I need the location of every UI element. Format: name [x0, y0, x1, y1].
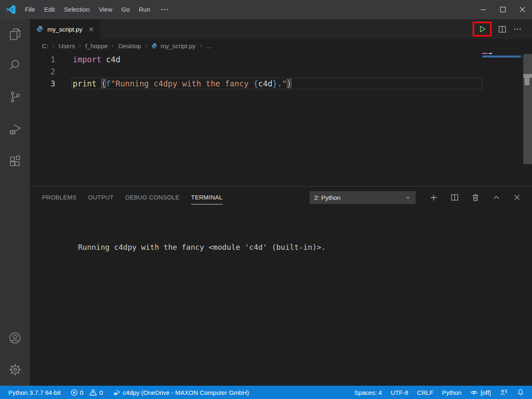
status-bar: Python 3.7.7 64-bit 0 0 c4dpy (OneDrive … [0, 386, 532, 399]
minimap-line-1 [482, 53, 522, 54]
breadcrumb-symbol[interactable]: ... [206, 42, 212, 49]
menu-selection[interactable]: Selection [59, 0, 94, 19]
editor-actions [473, 19, 532, 39]
code-line-2: 2 [30, 66, 532, 78]
menubar: File Edit Selection View Go Run [20, 0, 174, 19]
eye-icon [470, 389, 478, 397]
notifications-bell-icon[interactable] [517, 389, 525, 397]
warning-icon [89, 389, 97, 396]
line-number-active: 3 [30, 78, 55, 90]
tab-label: my_script.py [47, 26, 82, 33]
new-terminal-icon[interactable] [429, 193, 438, 202]
chevron-right-icon [144, 44, 148, 48]
account-icon[interactable] [0, 322, 30, 354]
tab-output[interactable]: OUTPUT [88, 187, 113, 208]
python-interpreter-status[interactable]: Python 3.7.7 64-bit [8, 389, 61, 396]
environment-status[interactable]: c4dpy (OneDrive - MAXON Computer GmbH) [113, 389, 249, 396]
extensions-icon[interactable] [0, 145, 30, 177]
language-status[interactable]: Python [442, 389, 462, 396]
python-file-icon [151, 43, 158, 49]
maximize-panel-icon[interactable] [492, 193, 500, 202]
tab-bar: my_script.py [30, 19, 532, 39]
split-editor-icon[interactable] [498, 25, 507, 34]
linter-toggle-label: [off] [480, 389, 491, 396]
minimap[interactable] [482, 53, 522, 58]
menu-file[interactable]: File [20, 0, 39, 19]
chevron-right-icon [78, 44, 82, 48]
code-text: import c4d [55, 54, 120, 66]
terminal-output-line: Running c4dpy with the fancy <module 'c4… [78, 243, 326, 251]
problems-status[interactable]: 0 0 [71, 389, 103, 396]
code-line-1: 1 import c4d [30, 54, 532, 66]
menu-edit[interactable]: Edit [39, 0, 59, 19]
titlebar: File Edit Selection View Go Run [0, 0, 532, 19]
tab-my-script[interactable]: my_script.py [30, 19, 100, 39]
linter-toggle-status[interactable]: [off] [470, 389, 491, 397]
bottom-panel: PROBLEMS OUTPUT DEBUG CONSOLE TERMINAL 2… [30, 186, 532, 386]
panel-tabs: PROBLEMS OUTPUT DEBUG CONSOLE TERMINAL [42, 187, 223, 208]
error-count: 0 [80, 389, 83, 396]
search-icon[interactable] [0, 49, 30, 81]
line-number: 1 [30, 54, 55, 66]
window-controls [473, 0, 532, 19]
settings-gear-icon[interactable] [0, 354, 30, 386]
breadcrumb: C: Users f_hoppe Desktop my_script.py ..… [30, 39, 532, 52]
feedback-icon[interactable] [500, 388, 508, 397]
activity-bar [0, 19, 30, 386]
close-panel-icon[interactable] [513, 193, 521, 202]
menu-view[interactable]: View [94, 0, 117, 19]
explorer-icon[interactable] [0, 19, 30, 49]
run-button[interactable] [478, 25, 487, 34]
chevron-right-icon [111, 44, 115, 48]
line-number: 2 [30, 66, 55, 78]
terminal-selector-value: 2: Python [314, 194, 340, 201]
minimize-icon[interactable] [473, 0, 493, 19]
editor-region: my_script.py [30, 19, 532, 186]
tab-problems[interactable]: PROBLEMS [42, 187, 76, 208]
eol-status[interactable]: CRLF [417, 389, 433, 396]
minimap-line-3 [482, 55, 522, 58]
menu-overflow-icon[interactable] [155, 0, 174, 19]
terminal-selector-dropdown[interactable]: 2: Python [310, 191, 416, 204]
run-button-highlight [473, 22, 492, 37]
split-terminal-icon[interactable] [451, 193, 459, 202]
kill-terminal-trash-icon[interactable] [471, 193, 480, 202]
scrollbar-thumb[interactable] [525, 78, 530, 85]
more-actions-icon[interactable] [513, 25, 522, 34]
scrollbar-thumb[interactable] [523, 74, 532, 78]
vscode-logo-icon [5, 4, 16, 15]
environment-label: c4dpy (OneDrive - MAXON Computer GmbH) [123, 389, 249, 396]
tab-terminal[interactable]: TERMINAL [191, 187, 223, 208]
debug-env-icon [113, 389, 121, 396]
chevron-right-icon [51, 44, 56, 48]
python-file-icon [36, 25, 44, 33]
close-window-icon[interactable] [512, 0, 532, 19]
chevron-right-icon [199, 44, 203, 48]
code-line-3: 3 print (f"Running c4dpy with the fancy … [30, 78, 532, 90]
code-editor[interactable]: 1 import c4d 2 3 print (f"Running c4dpy … [30, 52, 532, 90]
editor-scrollbar[interactable] [523, 54, 532, 164]
source-control-icon[interactable] [0, 81, 30, 113]
breadcrumb-drive[interactable]: C: [42, 42, 48, 49]
panel-actions [429, 193, 521, 202]
terminal-output-area[interactable]: Running c4dpy with the fancy <module 'c4… [30, 208, 532, 260]
indentation-status[interactable]: Spaces: 4 [354, 389, 382, 396]
statusbar-right: Spaces: 4 UTF-8 CRLF Python [off] [354, 388, 525, 397]
tab-close-icon[interactable] [88, 26, 94, 32]
chevron-down-icon [405, 195, 411, 201]
breadcrumb-desktop[interactable]: Desktop [118, 42, 141, 49]
warning-status: 0 [89, 389, 103, 396]
encoding-status[interactable]: UTF-8 [391, 389, 409, 396]
tab-debug-console[interactable]: DEBUG CONSOLE [125, 187, 179, 208]
warning-count: 0 [99, 389, 103, 396]
breadcrumb-file[interactable]: my_script.py [160, 42, 195, 49]
menu-go[interactable]: Go [117, 0, 134, 19]
menu-run[interactable]: Run [134, 0, 155, 19]
maximize-icon[interactable] [493, 0, 512, 19]
run-debug-icon[interactable] [0, 113, 30, 145]
error-icon [71, 389, 78, 396]
breadcrumb-user[interactable]: f_hoppe [85, 42, 108, 49]
panel-header: PROBLEMS OUTPUT DEBUG CONSOLE TERMINAL 2… [30, 187, 532, 208]
breadcrumb-users[interactable]: Users [59, 42, 75, 49]
code-text: print (f"Running c4dpy with the fancy {c… [55, 78, 291, 90]
